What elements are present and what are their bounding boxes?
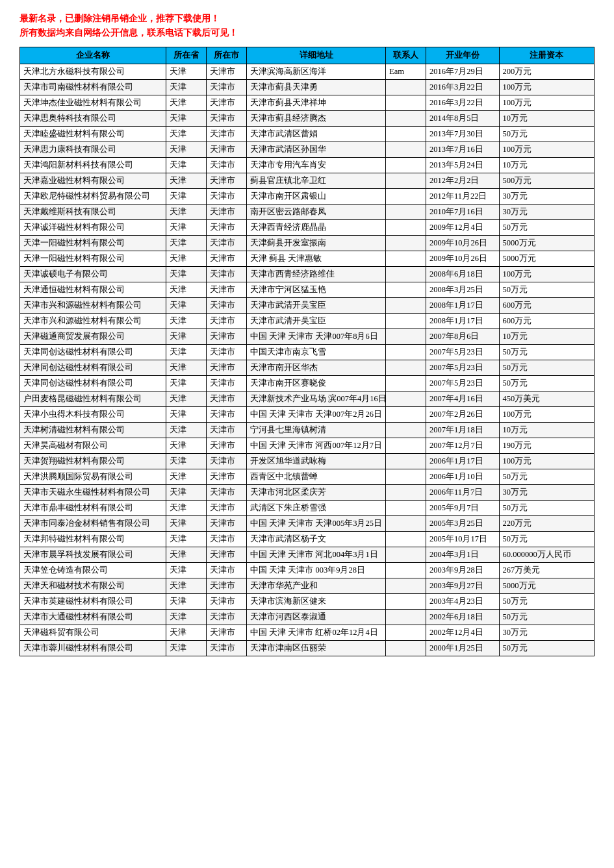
table-cell: 天津 — [166, 345, 207, 360]
table-cell: 30万元 — [499, 625, 594, 641]
table-cell — [386, 220, 426, 236]
table-cell: 天津诚硕电子有限公司 — [20, 267, 166, 282]
table-cell — [386, 236, 426, 251]
table-cell — [386, 610, 426, 625]
table-cell — [386, 267, 426, 282]
table-cell — [386, 594, 426, 610]
table-cell: 天津市 — [207, 282, 247, 298]
table-cell: 天津市 — [207, 236, 247, 251]
table-cell: 220万元 — [499, 516, 594, 532]
table-cell: 中国 天津 天津市 红桥02年12月4日 — [247, 625, 386, 641]
table-cell: 2007年2月26日 — [426, 407, 499, 423]
table-row: 天津天和磁材技术有限公司天津天津市天津市华苑产业和2003年9月27日5000万… — [20, 578, 595, 594]
table-cell — [386, 516, 426, 532]
table-cell — [386, 501, 426, 516]
table-cell: 天津市 — [207, 64, 247, 80]
table-cell: 2007年12月7日 — [426, 438, 499, 454]
notice-line2: 所有数据均来自网络公开信息，联系电话下载后可见！ — [19, 27, 595, 39]
table-cell: 10万元 — [499, 111, 594, 127]
table-cell: 天津思奥特科技有限公司 — [20, 111, 166, 127]
table-cell: 天津 — [166, 578, 207, 594]
table-cell: 天津 — [166, 251, 207, 267]
table-cell: 天津市武清区孙国华 — [247, 142, 386, 158]
header-date: 开业年份 — [426, 47, 499, 64]
table-header-row: 企业名称 所在省 所在市 详细地址 联系人 开业年份 注册资本 — [20, 47, 595, 64]
table-cell — [386, 142, 426, 158]
table-cell: 天津坤杰佳业磁性材料有限公司 — [20, 95, 166, 111]
table-row: 天津诚洋磁性材料有限公司天津天津市天津西青经济鹿晶晶2009年12月4日50万元 — [20, 220, 595, 236]
table-cell: 天津市宁河区猛玉艳 — [247, 282, 386, 298]
table-cell: 2006年1月10日 — [426, 469, 499, 485]
table-cell: 天津市南开区华杰 — [247, 360, 386, 376]
header-contact: 联系人 — [386, 47, 426, 64]
table-cell: 天津 — [166, 189, 207, 205]
table-cell: 2007年5月23日 — [426, 345, 499, 360]
table-cell — [386, 345, 426, 360]
table-cell: 天津同创达磁性材料有限公司 — [20, 345, 166, 360]
table-row: 天津市鼎丰磁性材料有限公司天津天津市武清区下朱庄桥雪强2005年9月7日50万元 — [20, 501, 595, 516]
table-cell: 30万元 — [499, 205, 594, 220]
table-cell: 天津市蓟县天津祥坤 — [247, 95, 386, 111]
table-cell: 天津天和磁材技术有限公司 — [20, 578, 166, 594]
table-cell: 天津市蓉川磁性材料有限公司 — [20, 641, 166, 656]
table-cell: 天津贺翔磁性材料有限公司 — [20, 454, 166, 469]
table-cell: 50万元 — [499, 532, 594, 547]
table-cell: 天津 — [166, 298, 207, 314]
table-cell: 武清区下朱庄桥雪强 — [247, 501, 386, 516]
table-row: 天津思力康科技有限公司天津天津市天津市武清区孙国华2013年7月16日100万元 — [20, 142, 595, 158]
table-cell: 2007年1月18日 — [426, 423, 499, 438]
table-cell: 2005年9月7日 — [426, 501, 499, 516]
table-cell: 天津 — [166, 547, 207, 563]
table-cell: 30万元 — [499, 485, 594, 501]
table-cell — [386, 158, 426, 173]
table-cell: 天津 — [166, 454, 207, 469]
table-cell: 天津市司南磁性材料有限公司 — [20, 80, 166, 95]
table-cell: 天津市蓟县经济腾杰 — [247, 111, 386, 127]
table-cell: 2016年7月29日 — [426, 64, 499, 80]
table-cell: 天津市同泰冶金材料销售有限公司 — [20, 516, 166, 532]
table-cell — [386, 80, 426, 95]
table-cell — [386, 189, 426, 205]
table-cell: 西青区中北镇蕾蝉 — [247, 469, 386, 485]
table-cell: 天津同创达磁性材料有限公司 — [20, 360, 166, 376]
table-cell: 50万元 — [499, 127, 594, 142]
table-cell: 2016年3月22日 — [426, 95, 499, 111]
table-cell: 天津 — [166, 469, 207, 485]
table-cell: 天津市 — [207, 142, 247, 158]
table-cell: 2013年5月24日 — [426, 158, 499, 173]
table-row: 天津昊高磁材有限公司天津天津市中国 天津 天津市 河西007年12月7日2007… — [20, 438, 595, 454]
table-cell: 2009年10月26日 — [426, 236, 499, 251]
table-row: 天津同创达磁性材料有限公司天津天津市天津市南开区华杰2007年5月23日50万元 — [20, 360, 595, 376]
table-cell: 天津北方永磁科技有限公司 — [20, 64, 166, 80]
table-cell: 2009年10月26日 — [426, 251, 499, 267]
table-cell: 开发区旭华道武咏梅 — [247, 454, 386, 469]
table-cell — [386, 127, 426, 142]
table-cell: 天津 蓟县 天津惠敏 — [247, 251, 386, 267]
table-cell: 50万元 — [499, 220, 594, 236]
table-cell: 天津市 — [207, 578, 247, 594]
table-cell: 天津市 — [207, 345, 247, 360]
table-cell: 天津市 — [207, 360, 247, 376]
table-row: 户田麦格昆磁磁性材料有限公司天津天津市天津新技术产业马场 滨007年4月16日2… — [20, 391, 595, 407]
table-row: 天津磁通商贸发展有限公司天津天津市中国 天津 天津市 天津007年8月6日200… — [20, 329, 595, 345]
table-cell: 天津市 — [207, 594, 247, 610]
table-cell: 天津磁科贸有限公司 — [20, 625, 166, 641]
table-cell: 5000万元 — [499, 578, 594, 594]
table-cell: 天津市 — [207, 267, 247, 282]
table-cell: 2010年7月16日 — [426, 205, 499, 220]
table-cell: 2013年7月30日 — [426, 127, 499, 142]
notice-section: 最新名录，已删除注销吊销企业，推荐下载使用！ 所有数据均来自网络公开信息，联系电… — [19, 13, 595, 39]
table-cell: 天津市武清区蕾娟 — [247, 127, 386, 142]
table-cell: 天津 — [166, 407, 207, 423]
table-row: 天津市英建磁性材料有限公司天津天津市天津市滨海新区健来2003年4月23日50万… — [20, 594, 595, 610]
table-cell: 天津 — [166, 142, 207, 158]
table-cell — [386, 625, 426, 641]
table-cell: 天津 — [166, 267, 207, 282]
table-row: 天津洪腾顺国际贸易有限公司天津天津市西青区中北镇蕾蝉2006年1月10日50万元 — [20, 469, 595, 485]
table-cell: 200万元 — [499, 64, 594, 80]
table-cell: 天津嘉业磁性材料有限公司 — [20, 173, 166, 189]
table-cell: 2004年3月1日 — [426, 547, 499, 563]
table-cell: 天津 — [166, 127, 207, 142]
header-province: 所在省 — [166, 47, 207, 64]
table-cell: 天津市 — [207, 127, 247, 142]
